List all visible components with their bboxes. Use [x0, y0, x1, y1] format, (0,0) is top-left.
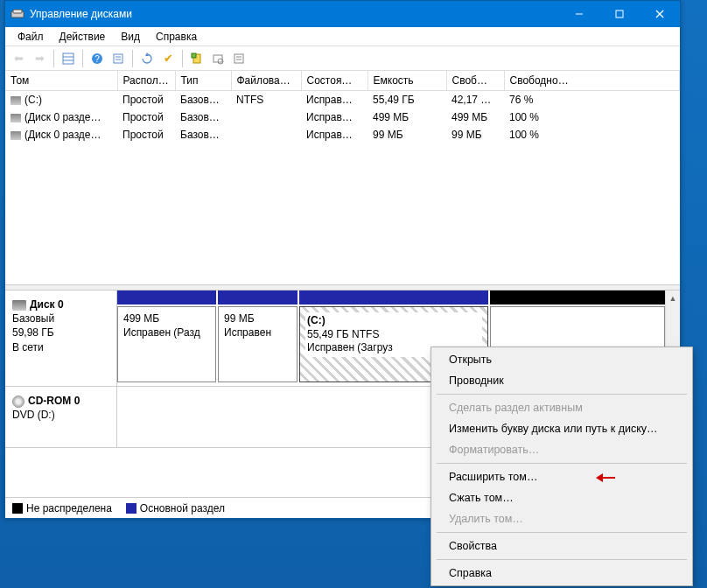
- ctx-make-active: Сделать раздел активным: [433, 397, 690, 418]
- partition[interactable]: 499 МБ Исправен (Разд: [117, 306, 216, 382]
- ctx-change-letter[interactable]: Изменить букву диска или путь к диску…: [433, 418, 690, 439]
- cell: Исправ…: [301, 126, 368, 144]
- cell: NTFS: [231, 91, 301, 109]
- table-row[interactable]: (Диск 0 разде… Простой Базов… Исправ… 99…: [5, 126, 680, 144]
- ctx-help[interactable]: Справка: [433, 563, 690, 584]
- maximize-button[interactable]: [599, 1, 640, 27]
- partition[interactable]: 99 МБ Исправен: [218, 306, 298, 382]
- legend-unallocated: Не распределена: [12, 502, 112, 514]
- settings-icon[interactable]: [229, 49, 248, 68]
- table-row[interactable]: (C:) Простой Базов… NTFS Исправ… 55,49 Г…: [5, 91, 680, 109]
- cell: 499 МБ: [446, 108, 504, 126]
- menu-help[interactable]: Справка: [149, 29, 204, 45]
- separator: [437, 532, 687, 533]
- separator: [82, 50, 83, 67]
- cell: [231, 108, 301, 126]
- ctx-properties[interactable]: Свойства: [433, 536, 690, 556]
- separator: [132, 50, 133, 67]
- volume-list-pane: Том Распол… Тип Файлова… Состоя… Емкость…: [5, 71, 680, 285]
- cell: Исправ…: [301, 91, 368, 109]
- part-title: (C:): [307, 314, 326, 326]
- part-status: Исправен: [224, 326, 271, 339]
- cell: (Диск 0 разде…: [24, 129, 102, 141]
- forward-button: ➡: [30, 49, 49, 68]
- svg-rect-6: [63, 53, 74, 64]
- cell: 76 %: [504, 91, 680, 109]
- volume-icon: [10, 96, 21, 105]
- partition-stripe: [218, 290, 298, 304]
- view-list-icon[interactable]: [59, 49, 78, 68]
- app-icon: [10, 7, 24, 21]
- menu-view[interactable]: Вид: [114, 29, 147, 45]
- scroll-up-icon[interactable]: ▲: [666, 290, 680, 305]
- svg-text:?: ?: [94, 54, 100, 64]
- cell: (Диск 0 разде…: [24, 111, 102, 123]
- cell: Базов…: [175, 126, 231, 144]
- volume-icon: [10, 114, 21, 122]
- cell: 99 МБ: [446, 126, 504, 144]
- minimize-button[interactable]: [559, 1, 599, 27]
- disk-name: CD-ROM 0: [28, 395, 80, 407]
- ctx-open[interactable]: Открыть: [433, 349, 690, 370]
- cell: 499 МБ: [368, 108, 446, 126]
- separator: [437, 463, 687, 464]
- disk-size: 59,98 ГБ: [12, 326, 54, 339]
- ctx-explorer[interactable]: Проводник: [433, 370, 690, 391]
- col-capacity[interactable]: Емкость: [368, 71, 446, 91]
- menubar: Файл Действие Вид Справка: [5, 27, 680, 46]
- cell: 42,17 …: [446, 91, 504, 109]
- titlebar[interactable]: Управление дисками: [5, 1, 680, 27]
- cell: Базов…: [175, 91, 231, 109]
- col-volume[interactable]: Том: [5, 71, 117, 91]
- separator: [437, 394, 687, 395]
- part-status: Исправен (Загруз: [307, 341, 393, 354]
- col-layout[interactable]: Распол…: [117, 71, 175, 91]
- ctx-delete-volume: Удалить том…: [433, 508, 690, 529]
- svg-rect-11: [114, 54, 122, 63]
- context-menu: Открыть Проводник Сделать раздел активны…: [430, 346, 693, 586]
- volume-table[interactable]: Том Распол… Тип Файлова… Состоя… Емкость…: [5, 71, 680, 144]
- legend-swatch-unallocated: [12, 503, 23, 514]
- svg-rect-1: [13, 10, 22, 13]
- svg-rect-3: [616, 10, 623, 18]
- col-freepct[interactable]: Свободно…: [504, 71, 680, 91]
- refresh-icon[interactable]: [137, 49, 157, 68]
- ctx-extend-volume[interactable]: Расширить том…: [433, 466, 690, 487]
- table-row[interactable]: (Диск 0 разде… Простой Базов… Исправ… 49…: [5, 108, 680, 126]
- menu-action[interactable]: Действие: [52, 29, 113, 45]
- cell: Простой: [117, 108, 175, 126]
- table-header-row[interactable]: Том Распол… Тип Файлова… Состоя… Емкость…: [5, 71, 680, 91]
- col-fs[interactable]: Файлова…: [231, 71, 301, 91]
- col-type[interactable]: Тип: [175, 71, 231, 91]
- cell: 99 МБ: [368, 126, 446, 144]
- cell: Простой: [117, 126, 175, 144]
- detach-icon[interactable]: [208, 49, 228, 68]
- properties-icon[interactable]: [108, 49, 128, 68]
- col-free[interactable]: Своб…: [446, 71, 504, 91]
- disk-kind: Базовый: [12, 312, 54, 325]
- cdrom-icon: [12, 396, 24, 408]
- help-icon[interactable]: ?: [88, 49, 107, 68]
- disk-info[interactable]: CD-ROM 0 DVD (D:): [5, 387, 117, 447]
- cell: 55,49 ГБ: [368, 91, 446, 109]
- cell: 100 %: [504, 126, 680, 144]
- toolbar: ⬅ ➡ ? ✔: [5, 46, 680, 71]
- disk-info[interactable]: Диск 0 Базовый 59,98 ГБ В сети: [5, 290, 117, 386]
- ctx-format: Форматировать…: [433, 439, 690, 460]
- rescan-icon[interactable]: [187, 49, 206, 68]
- menu-file[interactable]: Файл: [10, 29, 51, 45]
- unallocated-stripe: [490, 290, 665, 304]
- legend-swatch-primary: [126, 503, 136, 514]
- disk-name: Диск 0: [30, 298, 64, 311]
- disk-icon: [12, 300, 26, 311]
- col-status[interactable]: Состоя…: [301, 71, 368, 91]
- ctx-shrink-volume[interactable]: Сжать том…: [433, 487, 690, 508]
- partition-stripe: [117, 290, 216, 304]
- part-size: 99 МБ: [224, 312, 255, 325]
- window-buttons: [559, 1, 680, 27]
- check-icon[interactable]: ✔: [158, 49, 178, 68]
- part-size: 55,49 ГБ NTFS: [307, 328, 379, 340]
- cell: [231, 126, 301, 144]
- close-button[interactable]: [640, 1, 680, 27]
- disk-state: В сети: [12, 341, 44, 354]
